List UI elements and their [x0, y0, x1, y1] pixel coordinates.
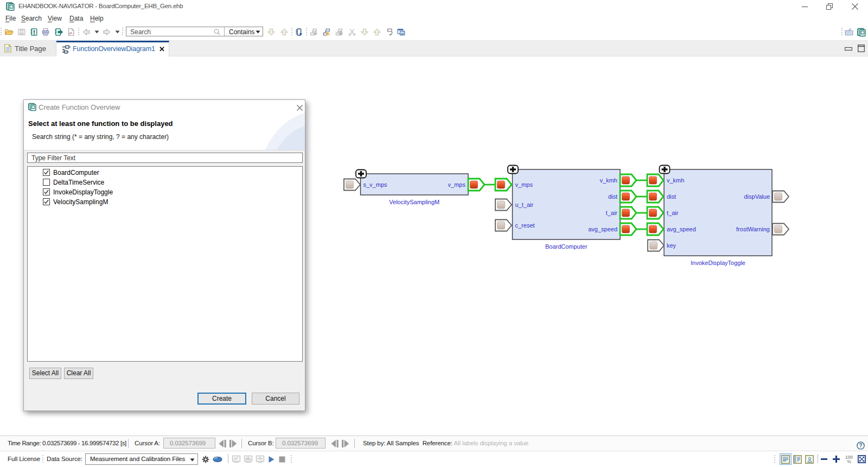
svg-text:v_mps: v_mps: [448, 181, 466, 188]
svg-text:v_mps: v_mps: [515, 181, 533, 188]
svg-text:avg_speed: avg_speed: [588, 226, 617, 232]
svg-text:v_kmh: v_kmh: [667, 177, 684, 184]
svg-text:A: A: [326, 30, 330, 36]
svg-text:B: B: [314, 32, 316, 35]
svg-text:c_reset: c_reset: [515, 222, 535, 229]
svg-text:?: ?: [859, 443, 862, 449]
svg-text:v_kmh: v_kmh: [600, 177, 617, 184]
svg-text:dist: dist: [667, 193, 676, 200]
svg-text:dispValue: dispValue: [744, 193, 770, 200]
svg-text:dist: dist: [608, 193, 617, 200]
svg-text:BoardComputer: BoardComputer: [545, 243, 588, 250]
svg-text:frostWarning: frostWarning: [736, 226, 770, 232]
svg-text:t_air: t_air: [667, 210, 679, 216]
svg-text:u_t_air: u_t_air: [515, 201, 534, 208]
svg-text:avg_speed: avg_speed: [667, 226, 696, 232]
svg-text:t_air: t_air: [606, 210, 618, 216]
svg-text:s_v_mps: s_v_mps: [363, 181, 388, 188]
svg-text:key: key: [667, 242, 676, 249]
svg-text:VelocitySamplingM: VelocitySamplingM: [389, 199, 439, 205]
svg-text:InvokeDisplayToggle: InvokeDisplayToggle: [691, 260, 745, 266]
